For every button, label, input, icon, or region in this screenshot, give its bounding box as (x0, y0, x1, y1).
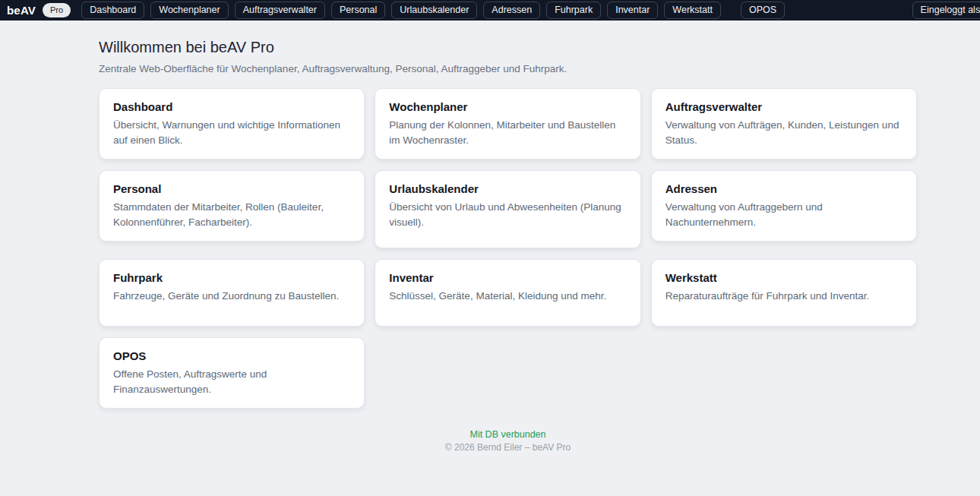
card-werkstatt[interactable]: Werkstatt Reparaturaufträge für Fuhrpark… (651, 259, 917, 327)
card-description: Fahrzeuge, Geräte und Zuordnung zu Baust… (113, 289, 350, 304)
card-title: Auftragsverwalter (665, 100, 903, 113)
nav-tab-fuhrpark[interactable]: Fuhrpark (546, 2, 601, 20)
card-title: Urlaubskalender (389, 182, 626, 195)
card-description: Übersicht, Warnungen und wichtige Inform… (113, 118, 350, 147)
top-navbar: beAV Pro Dashboard Wochenplaner Auftrags… (0, 0, 980, 21)
card-auftragsverwalter[interactable]: Auftragsverwalter Verwaltung von Aufträg… (651, 88, 917, 160)
card-personal[interactable]: Personal Stammdaten der Mitarbeiter, Rol… (99, 170, 365, 242)
card-title: Personal (113, 182, 350, 195)
card-title: Fuhrpark (113, 271, 350, 284)
card-description: Verwaltung von Auftraggebern und Nachunt… (665, 200, 903, 229)
nav-tab-adressen[interactable]: Adressen (483, 2, 540, 20)
card-inventar[interactable]: Inventar Schlüssel, Geräte, Material, Kl… (375, 259, 640, 327)
card-description: Stammdaten der Mitarbeiter, Rollen (Baul… (113, 200, 350, 229)
card-description: Reparaturaufträge für Fuhrpark und Inven… (665, 289, 903, 304)
card-wochenplaner[interactable]: Wochenplaner Planung der Kolonnen, Mitar… (375, 88, 640, 160)
card-description: Übersicht von Urlaub und Abwesenheiten (… (389, 200, 626, 229)
module-card-grid: Dashboard Übersicht, Warnungen und wicht… (99, 88, 917, 409)
card-dashboard[interactable]: Dashboard Übersicht, Warnungen und wicht… (99, 88, 365, 160)
pro-badge: Pro (43, 3, 71, 17)
card-title: Werkstatt (665, 271, 903, 284)
db-connection-status: Mit DB verbunden (99, 429, 917, 440)
nav-tab-werkstatt[interactable]: Werkstatt (664, 2, 721, 20)
card-description: Verwaltung von Aufträgen, Kunden, Leistu… (665, 118, 903, 147)
page-subtitle: Zentrale Web-Oberfläche für Wochenplaner… (99, 63, 917, 74)
main-content: Willkommen bei beAV Pro Zentrale Web-Obe… (99, 39, 917, 453)
card-urlaubskalender[interactable]: Urlaubskalender Übersicht von Urlaub und… (375, 170, 640, 248)
card-title: Wochenplaner (389, 100, 626, 113)
card-description: Planung der Kolonnen, Mitarbeiter und Ba… (389, 118, 626, 147)
nav-tab-personal[interactable]: Personal (331, 2, 385, 20)
page-footer: Mit DB verbunden © 2026 Bernd Eiler – be… (99, 429, 917, 453)
nav-tab-auftragsverwalter[interactable]: Auftragsverwalter (235, 2, 325, 20)
nav-tab-wochenplaner[interactable]: Wochenplaner (150, 2, 228, 20)
nav-tab-inventar[interactable]: Inventar (607, 2, 658, 20)
card-title: OPOS (113, 349, 350, 362)
card-description: Schlüssel, Geräte, Material, Kleidung un… (389, 289, 626, 304)
card-title: Inventar (389, 271, 626, 284)
card-opos[interactable]: OPOS Offene Posten, Auftragswerte und Fi… (99, 337, 365, 409)
card-title: Dashboard (113, 100, 350, 113)
nav-tab-dashboard[interactable]: Dashboard (81, 2, 144, 20)
nav-tab-urlaubskalender[interactable]: Urlaubskalender (391, 2, 477, 20)
card-title: Adressen (665, 182, 903, 195)
copyright-text: © 2026 Bernd Eiler – beAV Pro (99, 442, 917, 453)
card-fuhrpark[interactable]: Fuhrpark Fahrzeuge, Geräte und Zuordnung… (99, 259, 365, 327)
page-title: Willkommen bei beAV Pro (99, 39, 917, 56)
main-nav: Dashboard Wochenplaner Auftragsverwalter… (81, 2, 785, 20)
nav-tab-opos[interactable]: OPOS (741, 2, 785, 20)
logged-in-user-button[interactable]: Eingeloggt als: ad (912, 2, 980, 20)
brand-logo: beAV (7, 4, 36, 17)
card-description: Offene Posten, Auftragswerte und Finanza… (113, 367, 350, 396)
card-adressen[interactable]: Adressen Verwaltung von Auftraggebern un… (651, 170, 917, 242)
